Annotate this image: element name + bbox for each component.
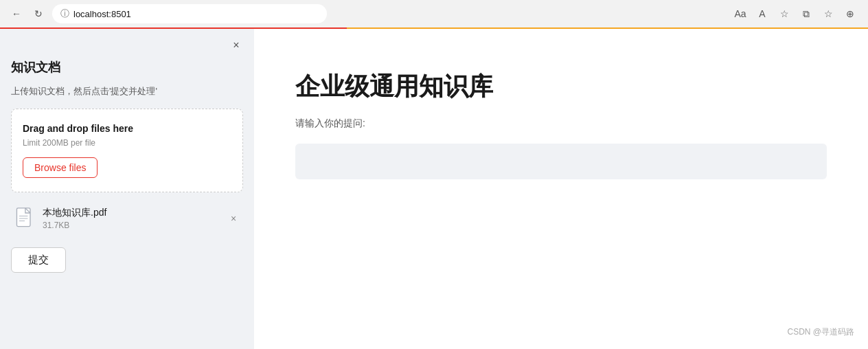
collections-button[interactable]: ⊕ [841, 4, 860, 23]
info-icon: ⓘ [60, 8, 69, 20]
reload-button[interactable]: ↻ [30, 5, 47, 22]
sidebar-subtitle: 上传知识文档，然后点击'提交并处理' [11, 85, 243, 98]
read-mode2-button[interactable]: A [753, 4, 772, 23]
read-mode-button[interactable]: Aa [731, 4, 750, 23]
browser-actions: Aa A ☆ ⧉ ☆ ⊕ [731, 4, 860, 23]
upload-area: Drag and drop files here Limit 200MB per… [11, 109, 243, 192]
favorite-button[interactable]: ☆ [775, 4, 794, 23]
favorites-bar-button[interactable]: ☆ [819, 4, 838, 23]
question-label: 请输入你的提问: [295, 117, 827, 130]
file-name: 本地知识库.pdf [43, 207, 220, 219]
file-icon [14, 206, 36, 231]
sidebar-title: 知识文档 [11, 59, 243, 76]
file-item: 本地知识库.pdf 31.7KB × [11, 201, 243, 236]
submit-button[interactable]: 提交 [11, 247, 66, 273]
question-input[interactable] [295, 144, 827, 179]
upload-drag-text: Drag and drop files here [23, 123, 231, 134]
back-button[interactable]: ← [8, 5, 25, 22]
split-button[interactable]: ⧉ [797, 4, 816, 23]
right-panel: 企业级通用知识库 请输入你的提问: CSDN @寻道码路 [254, 29, 868, 349]
sidebar-close-button[interactable]: × [228, 37, 244, 54]
page-title: 企业级通用知识库 [295, 70, 827, 104]
browser-chrome: ← ↻ ⓘ localhost:8501 Aa A ☆ ⧉ ☆ ⊕ [0, 0, 868, 29]
file-size: 31.7KB [43, 221, 220, 230]
address-bar[interactable]: ⓘ localhost:8501 [52, 4, 327, 23]
sidebar: × 知识文档 上传知识文档，然后点击'提交并处理' Drag and drop … [0, 29, 254, 349]
url-text: localhost:8501 [73, 9, 131, 19]
main-content: × 知识文档 上传知识文档，然后点击'提交并处理' Drag and drop … [0, 29, 868, 349]
upload-limit-text: Limit 200MB per file [23, 138, 231, 148]
watermark: CSDN @寻道码路 [787, 326, 854, 338]
browse-files-button[interactable]: Browse files [23, 157, 98, 178]
file-remove-button[interactable]: × [227, 212, 240, 225]
file-info: 本地知识库.pdf 31.7KB [43, 207, 220, 230]
